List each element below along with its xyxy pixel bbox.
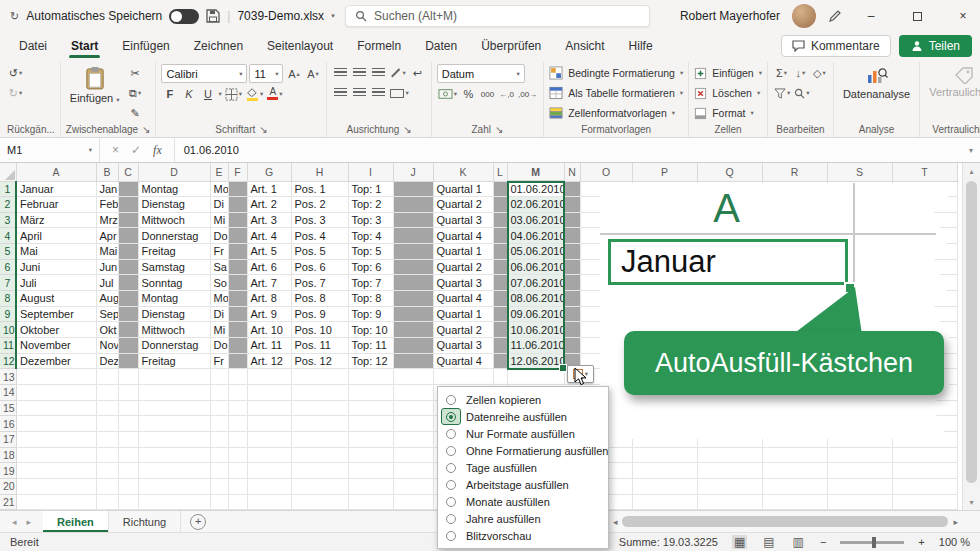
cell-T21[interactable] [892,494,957,510]
cell-G1[interactable]: Art. 1 [247,181,291,197]
cell-D3[interactable]: Mittwoch [138,212,210,228]
ribbon-tab-einfuegen[interactable]: Einfügen [111,35,180,57]
cell-Q2[interactable] [697,197,762,213]
cell-P4[interactable] [632,228,697,244]
clear-button[interactable]: ◇▾ [811,64,828,82]
cell-J8[interactable] [393,291,433,307]
cell-E20[interactable] [210,478,228,494]
cell-Q1[interactable] [697,181,762,197]
cell-A14[interactable] [16,385,96,401]
cell-J15[interactable] [393,400,433,416]
cell-L2[interactable] [493,197,507,213]
cell-R19[interactable] [762,463,827,479]
cell-F13[interactable] [228,369,247,385]
cell-Q17[interactable] [697,432,762,448]
cell-S4[interactable] [827,228,892,244]
cell-H20[interactable] [291,478,348,494]
column-header-R[interactable]: R [762,163,827,181]
cell-T18[interactable] [892,447,957,463]
italic-button[interactable]: K [180,85,197,103]
cell-L12[interactable] [493,353,507,369]
cell-Q16[interactable] [697,416,762,432]
cell-N9[interactable] [564,306,580,322]
cell-D2[interactable]: Dienstag [138,197,210,213]
font-name-select[interactable]: Calibri▾ [161,64,247,83]
paste-button[interactable]: Einfügen ▾ [66,64,124,106]
cell-B15[interactable] [96,400,118,416]
cell-Q15[interactable] [697,400,762,416]
format-as-table-button[interactable]: Als Tabelle formatieren▾ [549,84,683,102]
cell-G21[interactable] [247,494,291,510]
column-header-F[interactable]: F [228,163,247,181]
cell-B5[interactable]: Mai [96,244,118,260]
column-header-S[interactable]: S [827,163,892,181]
cell-E4[interactable]: Do [210,228,228,244]
share-button[interactable]: Teilen [899,35,972,57]
cell-S6[interactable] [827,259,892,275]
minimize-button[interactable]: – [854,0,888,32]
row-header-1[interactable]: 1 [0,181,16,197]
cell-T5[interactable] [892,244,957,260]
cell-J21[interactable] [393,494,433,510]
cell-K13[interactable] [433,369,493,385]
cell-G8[interactable]: Art. 8 [247,291,291,307]
sheet-nav-right-icon[interactable]: ▸ [27,517,32,527]
format-cells-button[interactable]: Format▾ [694,104,762,122]
cell-R2[interactable] [762,197,827,213]
cell-A1[interactable]: Januar [16,181,96,197]
cell-D15[interactable] [138,400,210,416]
cell-T20[interactable] [892,478,957,494]
cell-C9[interactable] [118,306,138,322]
cell-P20[interactable] [632,478,697,494]
data-analysis-button[interactable]: Datenanalyse [839,64,914,102]
cell-H12[interactable]: Pos. 12 [291,353,348,369]
autofill-option-0[interactable]: Zellen kopieren [438,391,608,408]
cell-P17[interactable] [632,432,697,448]
row-header-16[interactable]: 16 [0,416,16,432]
cell-P9[interactable] [632,306,697,322]
cell-P10[interactable] [632,322,697,338]
ribbon-tab-daten[interactable]: Daten [414,35,468,57]
format-painter-button[interactable]: ✎ [127,104,144,122]
cell-M12[interactable]: 12.06.2010 [507,353,564,369]
column-header-C[interactable]: C [118,163,138,181]
cell-H9[interactable]: Pos. 9 [291,306,348,322]
cell-A4[interactable]: April [16,228,96,244]
cell-F19[interactable] [228,463,247,479]
cell-F18[interactable] [228,447,247,463]
cell-P12[interactable] [632,353,697,369]
cell-D13[interactable] [138,369,210,385]
cell-O1[interactable] [580,181,632,197]
cell-P16[interactable] [632,416,697,432]
cell-G20[interactable] [247,478,291,494]
cell-J1[interactable] [393,181,433,197]
cell-R6[interactable] [762,259,827,275]
cell-G5[interactable]: Art. 5 [247,244,291,260]
cell-I21[interactable] [348,494,393,510]
cell-D6[interactable]: Samstag [138,259,210,275]
cell-C16[interactable] [118,416,138,432]
sheet-nav-left-icon[interactable]: ◂ [12,517,17,527]
cell-N4[interactable] [564,228,580,244]
cell-D14[interactable] [138,385,210,401]
cell-Q18[interactable] [697,447,762,463]
align-middle-button[interactable] [351,64,368,82]
sort-filter-button[interactable]: ▾ [773,84,791,102]
cell-E15[interactable] [210,400,228,416]
column-header-P[interactable]: P [632,163,697,181]
cell-B6[interactable]: Jun [96,259,118,275]
ribbon-tab-formeln[interactable]: Formeln [346,35,412,57]
cell-B11[interactable]: Nov [96,338,118,354]
cell-F4[interactable] [228,228,247,244]
cell-B20[interactable] [96,478,118,494]
column-header-T[interactable]: T [892,163,957,181]
insert-cells-button[interactable]: Einfügen▾ [694,64,762,82]
cell-P7[interactable] [632,275,697,291]
cell-S17[interactable] [827,432,892,448]
cell-O6[interactable] [580,259,632,275]
cell-B12[interactable]: Dez [96,353,118,369]
cell-G14[interactable] [247,385,291,401]
cell-F14[interactable] [228,385,247,401]
row-header-2[interactable]: 2 [0,197,16,213]
cell-Q7[interactable] [697,275,762,291]
